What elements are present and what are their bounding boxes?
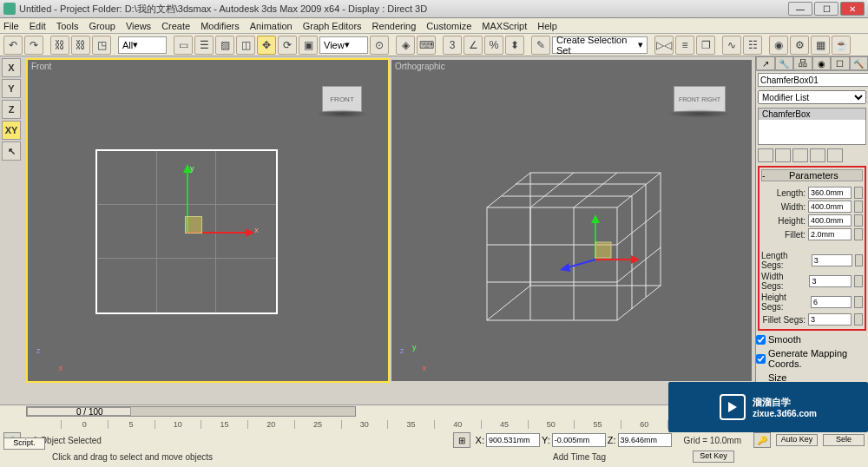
viewport-front[interactable]: Front FRONT y x zx	[28, 60, 388, 381]
autokey-button[interactable]: Auto Key	[776, 434, 818, 446]
menu-create[interactable]: Create	[161, 21, 190, 31]
y-coord-input[interactable]: -0.005mm	[552, 433, 606, 447]
gizmo-xy-plane[interactable]	[185, 216, 202, 234]
window-crossing-button[interactable]: ◫	[236, 36, 255, 55]
constrain-toggle[interactable]: ↖	[2, 141, 21, 161]
layers-button[interactable]: ❐	[696, 36, 715, 55]
setkey-button[interactable]: Set Key	[693, 451, 734, 463]
menu-rendering[interactable]: Rendering	[372, 21, 417, 31]
spinner-snap-button[interactable]: ⬍	[505, 36, 524, 55]
tab-hierarchy[interactable]: 品	[793, 56, 812, 70]
undo-button[interactable]: ↶	[3, 36, 23, 55]
height-segs-spinner[interactable]	[854, 296, 863, 308]
constrain-xy[interactable]: XY	[2, 121, 21, 140]
modifier-stack[interactable]: ChamferBox	[758, 108, 866, 145]
smooth-checkbox[interactable]	[756, 335, 766, 345]
material-button[interactable]: ◉	[769, 36, 788, 55]
viewcube-ortho[interactable]: FRONT RIGHT	[674, 86, 726, 112]
abs-rel-button[interactable]: ⊞	[453, 432, 470, 448]
named-selection-set[interactable]: Create Selection Set ▾	[552, 36, 648, 54]
height-spinner[interactable]	[854, 214, 863, 227]
length-input[interactable]: 360.0mm	[808, 187, 852, 199]
key-lock-icon[interactable]: 🔑	[753, 432, 771, 448]
fillet-spinner[interactable]	[854, 228, 863, 240]
time-slider[interactable]	[26, 406, 356, 417]
tab-motion[interactable]: ◉	[812, 56, 832, 70]
length-spinner[interactable]	[854, 187, 863, 199]
keyfilter-button[interactable]: Sele	[823, 434, 865, 446]
height-input[interactable]: 400.0mm	[808, 214, 852, 227]
link-button[interactable]: ⛓	[50, 36, 69, 55]
menu-modifiers[interactable]: Modifiers	[201, 21, 240, 31]
fillet-input[interactable]: 2.0mm	[808, 228, 852, 240]
close-button[interactable]: ✕	[840, 2, 865, 16]
render-frame-button[interactable]: ▦	[811, 36, 830, 55]
tab-modify[interactable]: 🔧	[775, 56, 794, 70]
select-region-button[interactable]: ▨	[215, 36, 234, 55]
length-segs-input[interactable]: 3	[812, 254, 852, 266]
add-time-tag[interactable]: Add Time Tag	[553, 452, 606, 462]
bind-button[interactable]: ◳	[92, 36, 111, 55]
length-segs-spinner[interactable]	[855, 254, 863, 266]
minimize-button[interactable]: —	[788, 2, 812, 16]
scale-button[interactable]: ▣	[299, 36, 318, 55]
fillet-segs-input[interactable]: 3	[808, 313, 852, 326]
render-setup-button[interactable]: ⚙	[790, 36, 809, 55]
percent-snap-button[interactable]: %	[484, 36, 503, 55]
tab-display[interactable]: ☐	[831, 56, 850, 70]
unique-button[interactable]	[792, 148, 808, 162]
quick-render-button[interactable]: ☕	[832, 36, 851, 55]
menu-customize[interactable]: Customize	[426, 21, 471, 31]
configure-button[interactable]	[827, 148, 843, 162]
script-listener-button[interactable]: Script.	[3, 437, 45, 450]
stack-item-chamferbox[interactable]: ChamferBox	[759, 109, 865, 120]
mirror-button[interactable]: ▷◁	[654, 36, 674, 55]
unlink-button[interactable]: ⛓	[71, 36, 90, 55]
ref-coord-select[interactable]: View ▾	[319, 36, 368, 54]
redo-button[interactable]: ↷	[24, 36, 43, 55]
snap-button[interactable]: 3	[443, 36, 462, 55]
object-name-input[interactable]	[758, 73, 868, 87]
menu-animation[interactable]: Animation	[250, 21, 293, 31]
width-input[interactable]: 400.0mm	[808, 201, 852, 213]
menu-help[interactable]: Help	[537, 21, 557, 31]
x-coord-input[interactable]: 900.531mm	[486, 433, 540, 447]
rotate-button[interactable]: ⟳	[278, 36, 297, 55]
move-button[interactable]: ✥	[257, 36, 276, 55]
viewcube-front[interactable]: FRONT	[322, 86, 362, 112]
constrain-y[interactable]: Y	[2, 79, 21, 98]
width-spinner[interactable]	[854, 201, 863, 213]
modifier-list-dropdown[interactable]: Modifier List	[758, 90, 866, 104]
tab-utilities[interactable]: 🔨	[850, 56, 869, 70]
pivot-button[interactable]: ⊙	[370, 36, 389, 55]
align-button[interactable]: ≡	[675, 36, 694, 55]
height-segs-input[interactable]: 6	[811, 296, 852, 308]
select-button[interactable]: ▭	[174, 36, 193, 55]
show-end-button[interactable]	[775, 148, 791, 162]
menu-tools[interactable]: Tools	[56, 21, 79, 31]
width-segs-input[interactable]: 3	[809, 275, 852, 287]
parameters-header[interactable]: -Parameters	[761, 169, 863, 181]
keyboard-button[interactable]: ⌨	[417, 36, 436, 55]
menu-file[interactable]: File	[3, 21, 19, 31]
manip-button[interactable]: ◈	[396, 36, 415, 55]
width-segs-spinner[interactable]	[854, 275, 863, 287]
select-name-button[interactable]: ☰	[194, 36, 214, 55]
menu-group[interactable]: Group	[89, 21, 115, 31]
curve-editor-button[interactable]: ∿	[722, 36, 741, 55]
menu-maxscript[interactable]: MAXScript	[482, 21, 527, 31]
remove-mod-button[interactable]	[810, 148, 825, 162]
constrain-z[interactable]: Z	[2, 100, 21, 119]
named-sel-edit-button[interactable]: ✎	[531, 36, 550, 55]
maximize-button[interactable]: ☐	[814, 2, 838, 16]
schematic-button[interactable]: ☷	[743, 36, 762, 55]
constrain-x[interactable]: X	[2, 58, 21, 77]
angle-snap-button[interactable]: ∠	[464, 36, 483, 55]
selection-filter[interactable]: All ▾	[118, 36, 167, 54]
menu-grapheditors[interactable]: Graph Editors	[303, 21, 362, 31]
mapping-checkbox[interactable]	[756, 354, 766, 364]
viewport-ortho[interactable]: Orthographic FRONT RIGHT	[391, 60, 752, 381]
pin-stack-button[interactable]	[758, 148, 773, 162]
ortho-object[interactable]	[461, 138, 678, 346]
menu-edit[interactable]: Edit	[30, 21, 46, 31]
